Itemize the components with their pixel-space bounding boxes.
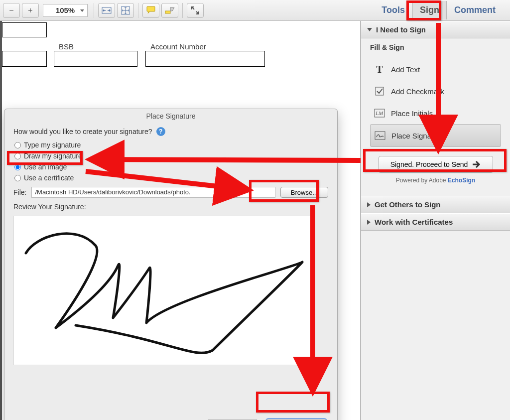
tool-place-initials[interactable]: LM Place Initials bbox=[370, 102, 501, 124]
arrow-right-icon bbox=[473, 161, 481, 168]
chevron-right-icon bbox=[367, 220, 371, 225]
toolbar-separator bbox=[94, 3, 94, 18]
svg-text:LM: LM bbox=[375, 110, 383, 116]
panel-section-work-certs[interactable]: Work with Certificates bbox=[361, 213, 510, 231]
document-area: BSB Account Number Place Signature How w… bbox=[0, 21, 361, 420]
radio-use-certificate[interactable]: Use a certificate bbox=[14, 174, 328, 182]
zoom-in-button[interactable]: + bbox=[22, 3, 39, 18]
svg-rect-6 bbox=[375, 132, 385, 140]
proceed-to-send-button[interactable]: Signed. Proceed to Send bbox=[379, 156, 493, 173]
chevron-right-icon bbox=[367, 202, 371, 207]
fit-page-icon bbox=[121, 6, 130, 15]
form-field[interactable] bbox=[2, 51, 47, 67]
section-title: Get Others to Sign bbox=[375, 200, 441, 209]
powered-text: Powered by Adobe bbox=[396, 177, 448, 184]
minus-icon: − bbox=[9, 6, 13, 15]
sign-panel: I Need to Sign Fill & Sign T Add Text Ad… bbox=[361, 21, 510, 420]
radio-input[interactable] bbox=[14, 175, 21, 181]
radio-label: Use an image bbox=[24, 163, 67, 171]
tab-tools[interactable]: Tools bbox=[374, 1, 412, 19]
zoom-out-button[interactable]: − bbox=[3, 3, 20, 18]
file-row: File: /Macintosh HD/Users/daliborivkovic… bbox=[13, 187, 328, 198]
fullscreen-button[interactable] bbox=[187, 3, 204, 18]
tool-label: Place Signature bbox=[391, 132, 444, 140]
section-title: I Need to Sign bbox=[376, 25, 426, 34]
doc-shadow bbox=[0, 21, 2, 420]
radio-label: Draw my signature bbox=[24, 152, 82, 160]
file-label: File: bbox=[13, 188, 26, 196]
form-field-account[interactable] bbox=[145, 51, 265, 67]
form-label-bsb: BSB bbox=[59, 42, 74, 51]
panel-section-need-to-sign[interactable]: I Need to Sign bbox=[361, 21, 510, 38]
checkmark-icon bbox=[374, 86, 385, 96]
radio-type-signature[interactable]: Type my signature bbox=[14, 141, 328, 149]
powered-by: Powered by Adobe EchoSign bbox=[370, 177, 501, 184]
signature-image bbox=[16, 218, 310, 363]
main-toolbar: − + 105% Tools Sign Comment bbox=[0, 0, 510, 21]
fit-width-button[interactable] bbox=[98, 3, 115, 18]
browse-button[interactable]: Browse... bbox=[280, 187, 328, 198]
fit-width-icon bbox=[102, 7, 112, 14]
comment-bubble-button[interactable] bbox=[142, 3, 159, 18]
radio-label: Use a certificate bbox=[24, 174, 74, 182]
signature-icon bbox=[375, 131, 385, 140]
dialog-body: How would you like to create your signat… bbox=[4, 125, 337, 372]
review-label: Review Your Signature: bbox=[13, 203, 328, 211]
toolbar-separator bbox=[182, 3, 183, 18]
dialog-title: Place Signature bbox=[4, 109, 337, 125]
radio-label: Type my signature bbox=[24, 141, 81, 149]
highlighter-icon bbox=[164, 6, 175, 15]
radio-input[interactable] bbox=[14, 164, 21, 170]
toolbar-separator bbox=[138, 3, 138, 18]
plus-icon: + bbox=[28, 6, 32, 15]
file-path-input[interactable]: /Macintosh HD/Users/daliborivkovic/Downl… bbox=[31, 187, 275, 198]
form-field-bsb[interactable] bbox=[54, 51, 137, 67]
place-signature-dialog: Place Signature How would you like to cr… bbox=[4, 109, 338, 420]
main-area: BSB Account Number Place Signature How w… bbox=[0, 21, 510, 420]
signature-preview bbox=[13, 216, 312, 365]
zoom-level-select[interactable]: 105% bbox=[43, 4, 88, 17]
tool-label: Add Checkmark bbox=[391, 87, 444, 96]
tab-comment[interactable]: Comment bbox=[447, 1, 503, 19]
tool-place-signature[interactable]: Place Signature bbox=[370, 124, 501, 147]
echosign-link[interactable]: EchoSign bbox=[448, 177, 475, 184]
right-tabs: Tools Sign Comment bbox=[374, 1, 508, 19]
radio-draw-signature[interactable]: Draw my signature bbox=[14, 152, 328, 160]
help-icon[interactable]: ? bbox=[156, 127, 165, 136]
chevron-down-icon bbox=[367, 28, 372, 31]
highlight-button[interactable] bbox=[161, 3, 178, 18]
tool-label: Add Text bbox=[391, 65, 420, 74]
radio-input[interactable] bbox=[14, 142, 21, 148]
radio-use-image[interactable]: Use an image bbox=[14, 163, 328, 171]
svg-rect-3 bbox=[376, 87, 383, 95]
form-field[interactable] bbox=[2, 22, 47, 37]
initials-icon: LM bbox=[374, 108, 385, 118]
svg-rect-2 bbox=[165, 11, 170, 13]
panel-section-get-others[interactable]: Get Others to Sign bbox=[361, 196, 510, 213]
dialog-prompt: How would you like to create your signat… bbox=[13, 127, 328, 136]
form-label-account: Account Number bbox=[150, 42, 206, 51]
speech-bubble-icon bbox=[146, 6, 156, 15]
fit-page-button[interactable] bbox=[117, 3, 134, 18]
panel-body: Fill & Sign T Add Text Add Checkmark LM … bbox=[361, 38, 510, 196]
prompt-text: How would you like to create your signat… bbox=[13, 128, 152, 136]
proceed-label: Signed. Proceed to Send bbox=[390, 160, 468, 168]
tool-add-text[interactable]: T Add Text bbox=[370, 58, 501, 80]
text-icon: T bbox=[374, 64, 385, 74]
expand-icon bbox=[191, 6, 200, 15]
section-title: Work with Certificates bbox=[375, 218, 453, 226]
fill-sign-title: Fill & Sign bbox=[370, 43, 501, 51]
radio-input[interactable] bbox=[14, 153, 21, 159]
tab-sign[interactable]: Sign bbox=[412, 1, 447, 19]
tool-add-checkmark[interactable]: Add Checkmark bbox=[370, 80, 501, 102]
zoom-value: 105% bbox=[56, 6, 75, 14]
tool-label: Place Initials bbox=[391, 109, 433, 118]
